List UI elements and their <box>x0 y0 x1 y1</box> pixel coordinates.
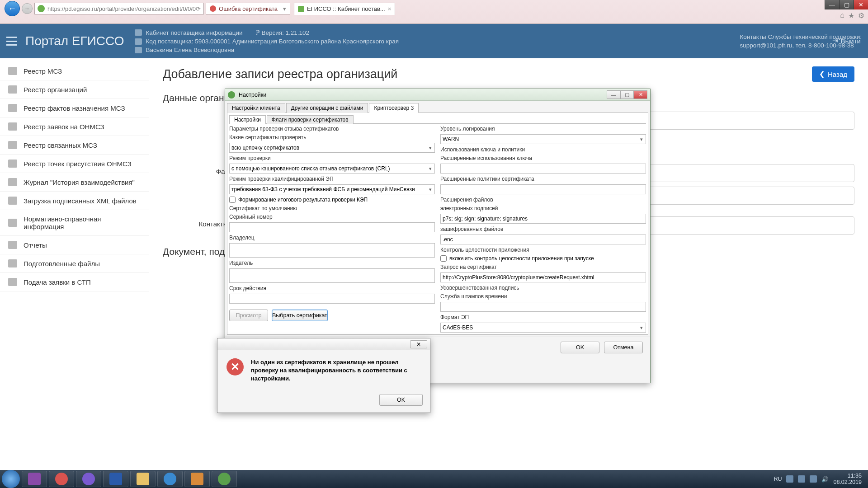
outer-tabs: Настройки клиента Другие операции с файл… <box>227 103 648 113</box>
tray-icon[interactable] <box>798 475 805 483</box>
page-title: Добавление записи реестра организаций <box>163 67 397 81</box>
taskbar-ie[interactable] <box>157 471 183 487</box>
sidebar-item-upload[interactable]: Загрузка подписанных XML файлов <box>0 192 149 210</box>
sidebar-item-org[interactable]: Реестр организаций <box>0 80 149 99</box>
error-message: Ни один из сертификатов в хранилище не п… <box>251 358 421 383</box>
browser-back-button[interactable]: ← <box>5 1 20 16</box>
maximize-button[interactable]: ▢ <box>839 0 854 9</box>
cert-req-field[interactable]: http://CryptoPlusStore:8080/cryptoplusme… <box>440 272 646 282</box>
select-cert-button[interactable]: Выбрать сертификат <box>272 310 328 321</box>
error-icon: ✕ <box>226 358 244 375</box>
tab-client[interactable]: Настройки клиента <box>227 103 285 113</box>
tab-fileops[interactable]: Другие операции с файлами <box>286 103 368 113</box>
taskbar-app-8[interactable] <box>212 471 237 487</box>
portal-title: Портал ЕГИССО <box>25 34 124 48</box>
taskbar-app-3[interactable] <box>76 471 101 487</box>
clock[interactable]: 11:35 08.02.2019 <box>833 473 862 485</box>
sidebar-item-reports[interactable]: Отчеты <box>0 236 149 254</box>
sidebar-item-nsi[interactable]: Нормативно-справочная информация <box>0 210 149 236</box>
sidebar-item-facts[interactable]: Реестр фактов назначения МСЗ <box>0 99 149 117</box>
enc-ext-field[interactable]: .enc <box>440 235 646 244</box>
sidebar-item-onmsz[interactable]: Реестр заявок на ОНМСЗ <box>0 117 149 136</box>
ext-key-field[interactable] <box>440 164 646 174</box>
user-icon <box>135 47 142 53</box>
sidebar-item-msz[interactable]: Реестр МСЗ <box>0 62 149 80</box>
home-icon[interactable]: ⌂ <box>840 11 844 20</box>
sidebar: Реестр МСЗ Реестр организаций Реестр фак… <box>0 58 149 470</box>
inner-tabs: Настройки Флаги проверки сертификатов <box>229 115 646 124</box>
dialog-close[interactable]: ✕ <box>634 90 647 99</box>
error-icon <box>210 5 216 12</box>
taskbar-app-2[interactable] <box>49 471 74 487</box>
taskbar-explorer[interactable] <box>130 471 156 487</box>
browser-tab[interactable]: ЕГИССО :: Кабинет постав... × <box>294 3 395 15</box>
check-mode-select[interactable]: с помощью кэшированного списка отзыва се… <box>229 164 435 174</box>
tsa-field[interactable] <box>440 302 646 312</box>
tab-crypto[interactable]: Криптосервер 3 <box>369 103 419 113</box>
log-level-select[interactable]: WARN <box>440 134 646 144</box>
error-titlebar[interactable]: ✕ <box>217 338 430 350</box>
view-cert-button[interactable]: Просмотр <box>229 310 268 321</box>
sidebar-item-points[interactable]: Реестр точек присутствия ОНМСЗ <box>0 155 149 173</box>
ext-policy-field[interactable] <box>440 184 646 194</box>
dialog-titlebar[interactable]: Настройки — ▢ ✕ <box>225 89 650 101</box>
serial-field[interactable] <box>229 222 435 232</box>
sidebar-item-journal[interactable]: Журнал "История взаимодействия" <box>0 173 149 192</box>
integrity-checkbox[interactable] <box>440 255 447 262</box>
browser-forward-button[interactable]: → <box>22 3 33 14</box>
error-dialog: ✕ ✕ Ни один из сертификатов в хранилище … <box>217 338 430 413</box>
tray-icon[interactable] <box>810 475 817 483</box>
favorites-icon[interactable]: ★ <box>848 11 854 20</box>
back-button[interactable]: ❮ Назад <box>812 66 854 82</box>
taskbar-paint[interactable] <box>184 471 210 487</box>
site-identity-icon <box>38 5 45 12</box>
barcode-icon <box>135 38 142 45</box>
settings-cancel-button[interactable]: Отмена <box>604 342 643 353</box>
language-indicator[interactable]: RU <box>774 476 782 482</box>
which-certs-select[interactable]: всю цепочку сертификатов <box>229 143 435 153</box>
url-text: https://pd.egisso.ru/portal/provider/org… <box>47 5 196 12</box>
settings-ok-button[interactable]: OK <box>561 342 599 353</box>
favicon <box>298 6 304 12</box>
logout-button[interactable]: ⇥ Выйти <box>832 37 861 45</box>
window-controls: — ▢ ✕ <box>825 0 868 9</box>
tab-settings[interactable]: Настройки <box>229 115 266 124</box>
issuer-field[interactable] <box>229 268 435 283</box>
taskbar-app-1[interactable] <box>22 471 47 487</box>
certificate-error-badge[interactable]: Ошибка сертификата ▾ <box>206 3 290 14</box>
taskbar: RU 🔊 11:35 08.02.2019 <box>0 470 868 488</box>
browser-chrome: ← → https://pd.egisso.ru/portal/provider… <box>0 0 868 24</box>
error-close-button[interactable]: ✕ <box>410 340 427 348</box>
menu-toggle-button[interactable] <box>6 37 17 46</box>
tab-close-icon[interactable]: × <box>388 5 392 12</box>
dialog-icon <box>228 91 235 99</box>
tools-icon[interactable]: ⚙ <box>858 11 864 20</box>
sig-format-select[interactable]: CAdES-BES <box>440 323 646 333</box>
owner-field[interactable] <box>229 243 435 258</box>
sidebar-item-stp[interactable]: Подача заявки в СТП <box>0 273 149 291</box>
error-ok-button[interactable]: OK <box>379 394 423 406</box>
building-icon <box>135 29 142 36</box>
validity-field[interactable] <box>229 294 435 304</box>
tray-icon[interactable] <box>786 475 793 483</box>
portal-header: Портал ЕГИССО Кабинет поставщика информа… <box>0 24 868 58</box>
sidebar-item-linked[interactable]: Реестр связанных МСЗ <box>0 136 149 155</box>
tab-flags[interactable]: Флаги проверки сертификатов <box>267 115 354 124</box>
address-bar[interactable]: https://pd.egisso.ru/portal/provider/org… <box>34 3 204 14</box>
form-result-checkbox[interactable] <box>229 197 236 203</box>
dialog-maximize[interactable]: ▢ <box>620 90 634 99</box>
sidebar-item-files[interactable]: Подготовленные файлы <box>0 254 149 273</box>
sig-ext-field[interactable]: p7s; sig; sign; signature; signatures <box>440 214 646 224</box>
minimize-button[interactable]: — <box>825 0 839 9</box>
close-button[interactable]: ✕ <box>854 0 868 9</box>
start-button[interactable] <box>2 470 20 488</box>
dialog-minimize[interactable]: — <box>607 90 620 99</box>
qual-mode-select[interactable]: требования 63-ФЗ с учетом требований ФСБ… <box>229 184 435 194</box>
taskbar-word[interactable] <box>103 471 128 487</box>
